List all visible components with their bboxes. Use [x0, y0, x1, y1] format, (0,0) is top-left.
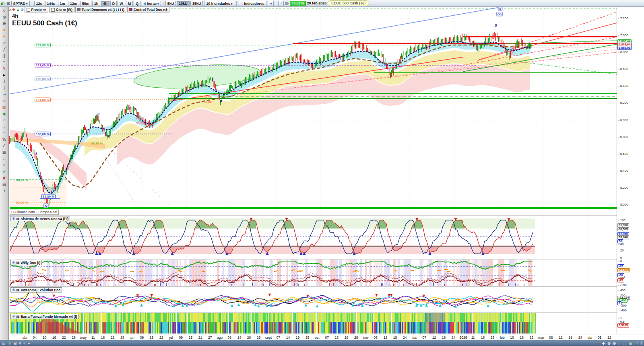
panel-header-3[interactable]: ⊗▮▮Barra Fuerza Fondo Mercado v4 (f) — [10, 314, 79, 319]
favorites-tool-icon[interactable]: ★ — [1, 27, 8, 33]
add-drawing-icon[interactable]: ✚ — [12, 8, 16, 12]
quantity-button-5kU[interactable]: 5kU — [165, 1, 176, 6]
hline-tool-icon[interactable]: ≡ — [1, 59, 8, 65]
channel-tool-icon[interactable]: ∥ — [1, 53, 8, 59]
timeframe-button-D[interactable]: D — [110, 1, 117, 6]
dots-tool-icon[interactable]: ∴ — [1, 156, 8, 162]
layer-checkbox[interactable] — [27, 8, 30, 12]
wave-label[interactable]: 2 — [151, 123, 153, 127]
timeframe-button-Q[interactable]: Q — [134, 1, 140, 6]
alerts-icon[interactable]: ▣ — [13, 341, 17, 346]
close-panel-icon[interactable]: ⊗ — [12, 315, 15, 318]
arrow-tool-icon[interactable]: ► — [1, 72, 8, 78]
indicators-dropdown[interactable]: ▾ — [268, 1, 274, 6]
workspace-grid-icon[interactable]: ▦ — [6, 1, 10, 5]
close-panel-icon[interactable]: ⊗ — [12, 288, 15, 292]
symbol-select[interactable]: SPTRD▾ — [11, 1, 30, 6]
fib-label[interactable]: 38,20 % — [90, 142, 103, 145]
cancel-tool-icon[interactable]: ✘ — [1, 175, 8, 181]
timeframe-button-12s[interactable]: 12s — [34, 1, 44, 6]
instrument-tab[interactable]: EEUU 500 Cash (1€) — [328, 0, 369, 6]
shapes-tool-icon[interactable]: ◆ — [1, 111, 8, 117]
back-icon[interactable]: « — [23, 341, 26, 346]
angle-tool-icon[interactable]: ∠ — [1, 143, 8, 149]
wave-label[interactable]: b — [498, 6, 503, 11]
wave-label[interactable]: i — [36, 152, 37, 156]
panel-style-icon[interactable]: ▮▮ — [17, 261, 20, 264]
new-chart-icon[interactable]: ◫ — [7, 341, 11, 346]
cursor-tool-icon[interactable]: ↖ — [1, 8, 8, 14]
wave-label[interactable]: iv — [107, 134, 110, 138]
panel-style-icon[interactable]: ▮▮ — [17, 217, 20, 220]
timeframe-dropdown[interactable]: 4 horas▾ — [142, 1, 161, 6]
fib-label[interactable]: 50,00 % — [15, 201, 29, 204]
fibonacci-tool-icon[interactable]: ≈ — [1, 124, 8, 130]
percent-tool-icon[interactable]: % — [1, 136, 8, 142]
close-panel-icon[interactable]: ⊗ — [12, 261, 15, 264]
panel-header-0[interactable]: ⊗▮▮Sistema de trenes Doc v4 (f f) — [10, 216, 70, 221]
layer-tab-3[interactable]: Control Total Doc v.6 — [127, 7, 169, 12]
crosshair-icon[interactable]: ✚ — [602, 341, 605, 346]
price-axis[interactable]: 7.2007.0006.8006.6006.4006.2006.0005.800… — [617, 7, 644, 334]
timeframe-button-M[interactable]: M — [126, 1, 133, 6]
timeframe-button-W[interactable]: W — [118, 1, 125, 6]
timeframe-button-1h[interactable]: 1h — [92, 1, 101, 6]
wave-label[interactable]: iv — [43, 204, 49, 208]
delete-tool-icon[interactable]: ▥ — [1, 104, 8, 110]
wave-label[interactable]: 3 — [211, 78, 213, 82]
time-axis[interactable]: abr0410162228may11162228jun091522jul0915… — [9, 334, 644, 340]
quantity-button-10kU[interactable]: 10kU — [177, 1, 190, 6]
indicators-button[interactable]: ≈ Indicadores — [239, 1, 266, 6]
list-icon[interactable]: ≡ — [19, 341, 21, 346]
eraser-tool-icon[interactable]: ▱ — [1, 98, 8, 104]
collapse-chevron-icon[interactable]: ∧ — [9, 8, 12, 12]
chart-canvas[interactable] — [9, 7, 617, 334]
panel-header-2[interactable]: ⊗▮▮Awesome Evolution Doc — [10, 287, 62, 292]
brightness-tool-icon[interactable]: ✳ — [1, 33, 8, 39]
quantity-button-35kU[interactable]: 35kU — [190, 1, 203, 6]
vline-tool-icon[interactable]: | — [1, 85, 8, 91]
fib-label[interactable]: 61,80 — [135, 117, 145, 120]
help-icon[interactable]: ? — [640, 341, 642, 346]
zoom-in-tool-icon[interactable]: ⊕ — [1, 14, 8, 20]
layer-tab-1[interactable]: Cierre (W) — [49, 7, 74, 12]
timeframe-button-12m[interactable]: 12m — [68, 1, 79, 6]
fib-label[interactable]: 61,80 % — [41, 194, 56, 199]
layer-tab-0[interactable]: Precio≔ — [25, 7, 49, 12]
close-panel-icon[interactable]: ⊗ — [12, 217, 15, 220]
info-button[interactable]: i — [278, 1, 284, 6]
panel-style-icon[interactable]: ▮▮ — [17, 315, 20, 318]
zoom-in-icon[interactable]: ⊕ — [613, 341, 616, 346]
fib-label[interactable]: 50,00 — [203, 100, 213, 104]
remove-layer-icon[interactable]: ⊗ — [21, 8, 24, 12]
zoom-reset-icon[interactable]: ○ — [618, 341, 620, 346]
fib-label[interactable]: 100,00 % — [35, 132, 51, 136]
fib-label[interactable]: 38,20 % — [15, 178, 29, 182]
wave-label[interactable]: 4 — [220, 99, 222, 103]
zoom-out-icon[interactable]: ⊖ — [607, 341, 611, 346]
wave-label[interactable]: (v) — [496, 12, 503, 16]
wave-label[interactable]: v — [128, 106, 130, 110]
pan-icon[interactable]: ↔ — [623, 341, 627, 346]
timeframe-button-1m[interactable]: 1m — [58, 1, 67, 6]
layer-tab-2[interactable]: Tunel Domenec v4 (t t t t t) — [75, 7, 126, 12]
add-indicator-icon[interactable]: ▲ — [16, 8, 20, 12]
timeframe-button-144s[interactable]: 144s — [45, 1, 57, 6]
fib-label[interactable]: 223,60 % — [35, 63, 51, 68]
layer-checkbox[interactable] — [51, 8, 55, 12]
zigzag-tool-icon[interactable]: ~ — [1, 130, 8, 136]
fib-label[interactable]: 38,20 — [203, 95, 213, 99]
panel-header-1[interactable]: ⊗▮▮Willy Doc (t) — [10, 260, 42, 265]
chart-style-tool-icon[interactable]: ▤ — [1, 181, 8, 187]
ellipse-tool-icon[interactable]: ○ — [1, 117, 8, 123]
pencil-tool-icon[interactable]: ✎ — [1, 66, 8, 72]
wave-label[interactable]: ii — [54, 185, 56, 189]
panel-style-icon[interactable]: ▮▮ — [17, 288, 20, 291]
pointer-tool-icon[interactable]: ↗ — [1, 40, 8, 46]
wave-tool-icon[interactable]: ≈ — [1, 162, 8, 168]
screenshot-icon[interactable]: ▣ — [629, 341, 632, 346]
layout-icon[interactable]: ▤ — [2, 341, 5, 346]
fib-label[interactable]: 161,80 % — [35, 98, 51, 102]
wave-label[interactable]: 1 — [134, 107, 136, 111]
text-tool-icon[interactable]: T — [1, 78, 8, 84]
